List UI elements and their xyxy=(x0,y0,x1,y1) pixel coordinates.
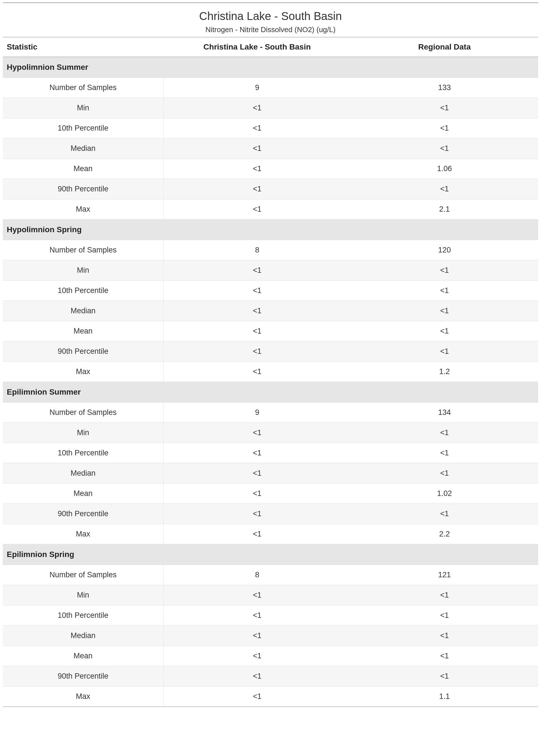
site-value-cell: <1 xyxy=(164,118,351,139)
regional-value-cell: 120 xyxy=(351,240,538,260)
page-title: Christina Lake - South Basin xyxy=(3,10,538,23)
site-value-cell: 9 xyxy=(164,403,351,423)
section-header-cell: Epilimnion Spring xyxy=(3,544,538,565)
section-header-row: Hypolimnion Summer xyxy=(3,57,538,78)
table-row: Number of Samples9134 xyxy=(3,403,538,423)
regional-value-cell: 121 xyxy=(351,565,538,585)
table-row: Min<1<1 xyxy=(3,98,538,118)
site-value-cell: <1 xyxy=(164,504,351,524)
col-header-site: Christina Lake - South Basin xyxy=(164,37,351,57)
regional-value-cell: <1 xyxy=(351,423,538,443)
site-value-cell: 8 xyxy=(164,240,351,260)
site-value-cell: <1 xyxy=(164,362,351,382)
site-value-cell: <1 xyxy=(164,179,351,199)
regional-value-cell: <1 xyxy=(351,626,538,646)
site-value-cell: <1 xyxy=(164,484,351,504)
table-row: Median<1<1 xyxy=(3,139,538,159)
site-value-cell: <1 xyxy=(164,199,351,219)
table-row: Number of Samples8121 xyxy=(3,565,538,585)
table-row: Max<11.2 xyxy=(3,362,538,382)
regional-value-cell: <1 xyxy=(351,98,538,118)
table-row: Median<1<1 xyxy=(3,626,538,646)
regional-value-cell: 2.2 xyxy=(351,524,538,544)
regional-value-cell: 1.06 xyxy=(351,159,538,179)
regional-value-cell: 1.2 xyxy=(351,362,538,382)
table-row: Median<1<1 xyxy=(3,463,538,484)
stat-name-cell: Number of Samples xyxy=(3,78,164,98)
regional-value-cell: <1 xyxy=(351,666,538,686)
stat-name-cell: 10th Percentile xyxy=(3,281,164,301)
table-row: Median<1<1 xyxy=(3,301,538,321)
stat-name-cell: Max xyxy=(3,199,164,219)
section-header-row: Epilimnion Spring xyxy=(3,544,538,565)
regional-value-cell: <1 xyxy=(351,281,538,301)
stat-name-cell: Number of Samples xyxy=(3,565,164,585)
stat-name-cell: 90th Percentile xyxy=(3,341,164,362)
stat-name-cell: Min xyxy=(3,260,164,281)
stat-name-cell: Mean xyxy=(3,159,164,179)
regional-value-cell: <1 xyxy=(351,341,538,362)
site-value-cell: <1 xyxy=(164,423,351,443)
stat-name-cell: Median xyxy=(3,626,164,646)
stat-name-cell: Max xyxy=(3,362,164,382)
table-row: Number of Samples9133 xyxy=(3,78,538,98)
stat-name-cell: 90th Percentile xyxy=(3,179,164,199)
table-row: Min<1<1 xyxy=(3,585,538,605)
site-value-cell: <1 xyxy=(164,321,351,341)
site-value-cell: <1 xyxy=(164,666,351,686)
site-value-cell: <1 xyxy=(164,159,351,179)
regional-value-cell: 1.1 xyxy=(351,686,538,707)
site-value-cell: 8 xyxy=(164,565,351,585)
section-header-cell: Hypolimnion Summer xyxy=(3,57,538,78)
regional-value-cell: <1 xyxy=(351,443,538,463)
regional-value-cell: 1.02 xyxy=(351,484,538,504)
table-row: 90th Percentile<1<1 xyxy=(3,504,538,524)
table-row: Mean<11.02 xyxy=(3,484,538,504)
regional-value-cell: <1 xyxy=(351,139,538,159)
section-header-cell: Hypolimnion Spring xyxy=(3,219,538,240)
stat-name-cell: 10th Percentile xyxy=(3,605,164,626)
section-header-row: Hypolimnion Spring xyxy=(3,219,538,240)
stat-name-cell: Number of Samples xyxy=(3,403,164,423)
table-row: 10th Percentile<1<1 xyxy=(3,443,538,463)
stat-name-cell: Mean xyxy=(3,646,164,666)
regional-value-cell: <1 xyxy=(351,504,538,524)
regional-value-cell: <1 xyxy=(351,605,538,626)
table-row: Mean<1<1 xyxy=(3,321,538,341)
regional-value-cell: <1 xyxy=(351,301,538,321)
table-row: Min<1<1 xyxy=(3,423,538,443)
stat-name-cell: Median xyxy=(3,139,164,159)
site-value-cell: <1 xyxy=(164,281,351,301)
regional-value-cell: 134 xyxy=(351,403,538,423)
site-value-cell: <1 xyxy=(164,443,351,463)
site-value-cell: <1 xyxy=(164,605,351,626)
stat-name-cell: Min xyxy=(3,423,164,443)
table-row: Min<1<1 xyxy=(3,260,538,281)
stat-name-cell: Max xyxy=(3,524,164,544)
table-row: 90th Percentile<1<1 xyxy=(3,179,538,199)
regional-value-cell: 133 xyxy=(351,78,538,98)
stat-name-cell: 90th Percentile xyxy=(3,666,164,686)
stat-name-cell: Mean xyxy=(3,484,164,504)
stat-name-cell: 90th Percentile xyxy=(3,504,164,524)
stat-name-cell: Median xyxy=(3,301,164,321)
site-value-cell: <1 xyxy=(164,301,351,321)
col-header-statistic: Statistic xyxy=(3,37,164,57)
stat-name-cell: Min xyxy=(3,585,164,605)
stat-name-cell: Min xyxy=(3,98,164,118)
table-row: 90th Percentile<1<1 xyxy=(3,341,538,362)
page-subtitle: Nitrogen - Nitrite Dissolved (NO2) (ug/L… xyxy=(3,25,538,34)
stats-table: Statistic Christina Lake - South Basin R… xyxy=(3,37,538,707)
section-header-cell: Epilimnion Summer xyxy=(3,382,538,403)
regional-value-cell: <1 xyxy=(351,585,538,605)
table-row: 90th Percentile<1<1 xyxy=(3,666,538,686)
table-row: Max<12.2 xyxy=(3,524,538,544)
section-header-row: Epilimnion Summer xyxy=(3,382,538,403)
site-value-cell: <1 xyxy=(164,524,351,544)
site-value-cell: <1 xyxy=(164,98,351,118)
table-row: Number of Samples8120 xyxy=(3,240,538,260)
table-row: Mean<1<1 xyxy=(3,646,538,666)
regional-value-cell: <1 xyxy=(351,179,538,199)
stat-name-cell: Median xyxy=(3,463,164,484)
stat-name-cell: 10th Percentile xyxy=(3,443,164,463)
